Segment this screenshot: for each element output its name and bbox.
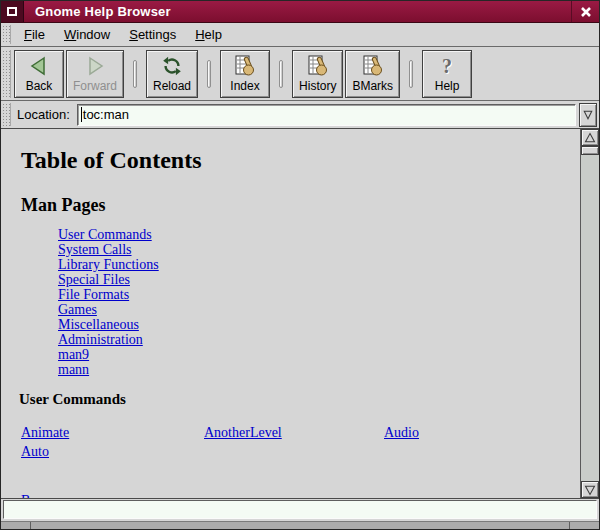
reload-icon [161, 53, 183, 79]
scrollbar-thumb[interactable] [581, 146, 599, 155]
toc-link-file-formats[interactable]: File Formats [58, 287, 159, 302]
toolbar: Back Forward Reload [1, 47, 599, 101]
location-value: toc:man [83, 107, 129, 122]
command-link-audio[interactable]: Audio [384, 425, 419, 441]
scroll-down-icon [584, 484, 596, 496]
window-bottom-edge[interactable] [1, 521, 599, 529]
toc-link-mann[interactable]: mann [58, 362, 159, 377]
menu-settings[interactable]: Settings [121, 24, 184, 45]
toolbar-separator [133, 60, 137, 88]
window-menu-button[interactable] [1, 1, 24, 22]
index-pointer-icon [233, 53, 257, 79]
toc-link-special-files[interactable]: Special Files [58, 272, 159, 287]
question-mark-icon: ? [442, 53, 452, 79]
window-menu-icon [7, 7, 17, 16]
command-link-anotherlevel[interactable]: AnotherLevel [204, 425, 282, 441]
subsection-heading: User Commands [19, 391, 126, 408]
command-link-auto[interactable]: Auto [21, 444, 49, 460]
page-title: Table of Contents [21, 147, 201, 174]
location-input[interactable]: toc:man [77, 104, 576, 126]
close-button[interactable] [571, 1, 599, 22]
scroll-up-button[interactable] [581, 129, 599, 146]
forward-button[interactable]: Forward [66, 50, 124, 98]
menu-help[interactable]: Help [187, 24, 230, 45]
location-dropdown-button[interactable] [579, 103, 597, 127]
content-area: Table of Contents Man Pages User Command… [1, 129, 599, 499]
bookmarks-button[interactable]: BMarks [345, 50, 400, 98]
scroll-up-icon [584, 132, 596, 144]
titlebar[interactable]: Gnome Help Browser [1, 1, 599, 23]
vertical-scrollbar[interactable] [581, 129, 599, 498]
scroll-down-button[interactable] [581, 481, 599, 498]
command-link-animate[interactable]: Animate [21, 425, 69, 441]
menu-file[interactable]: File [16, 24, 53, 45]
location-label: Location: [17, 107, 70, 122]
history-button[interactable]: History [292, 50, 343, 98]
forward-arrow-icon [83, 53, 107, 79]
resize-grip-left[interactable] [30, 522, 31, 529]
section-heading: Man Pages [21, 195, 106, 216]
resize-grip-right[interactable] [569, 522, 570, 529]
locationbar-drag-handle[interactable] [2, 103, 11, 126]
toc-link-administration[interactable]: Administration [58, 332, 159, 347]
toolbar-drag-handle[interactable] [2, 50, 11, 98]
status-bar [1, 499, 599, 521]
toc-link-list: User Commands System Calls Library Funct… [58, 227, 159, 377]
toc-link-library-functions[interactable]: Library Functions [58, 257, 159, 272]
window-title: Gnome Help Browser [24, 1, 571, 22]
toc-link-system-calls[interactable]: System Calls [58, 242, 159, 257]
toc-link-miscellaneous[interactable]: Miscellaneous [58, 317, 159, 332]
location-bar: Location: toc:man [1, 101, 599, 129]
menu-bar: File Window Settings Help [1, 23, 599, 47]
status-message-area [3, 500, 597, 519]
toc-link-user-commands[interactable]: User Commands [58, 227, 159, 242]
toolbar-separator [207, 60, 211, 88]
toolbar-separator [279, 60, 283, 88]
toc-link-games[interactable]: Games [58, 302, 159, 317]
bookmarks-pointer-icon [361, 53, 385, 79]
back-button[interactable]: Back [14, 50, 64, 98]
toc-link-man9[interactable]: man9 [58, 347, 159, 362]
document-view: Table of Contents Man Pages User Command… [1, 129, 581, 498]
gnome-help-browser-window: Gnome Help Browser File Window Settings … [0, 0, 600, 530]
scrollbar-track[interactable] [581, 155, 599, 481]
text-caret [81, 107, 82, 122]
reload-button[interactable]: Reload [146, 50, 198, 98]
command-link-partial[interactable]: B [21, 493, 30, 498]
index-button[interactable]: Index [220, 50, 270, 98]
menubar-drag-handle[interactable] [2, 25, 11, 44]
back-arrow-icon [27, 53, 51, 79]
dropdown-arrow-icon [582, 109, 594, 121]
close-icon [579, 5, 593, 19]
help-button[interactable]: ? Help [422, 50, 472, 98]
history-pointer-icon [306, 53, 330, 79]
menu-window[interactable]: Window [56, 24, 118, 45]
toolbar-separator [409, 60, 413, 88]
